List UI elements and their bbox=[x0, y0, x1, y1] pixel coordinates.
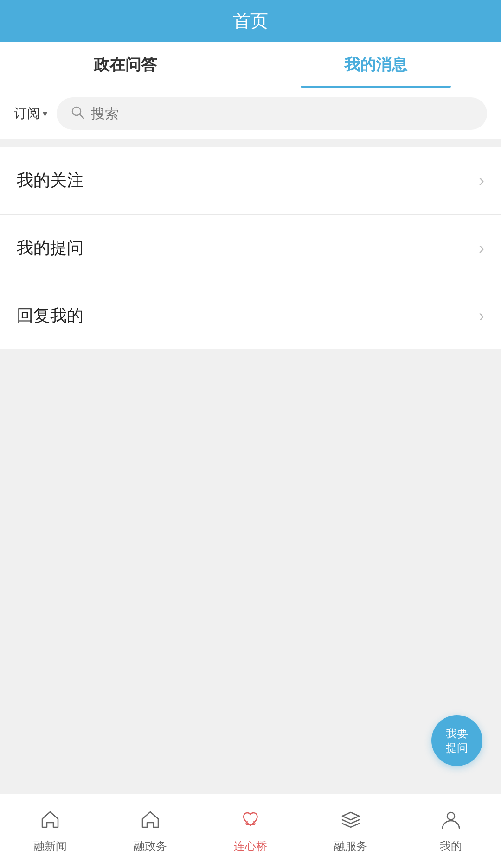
heart-icon bbox=[240, 809, 261, 835]
subscribe-dropdown-icon: ▾ bbox=[43, 108, 47, 119]
chevron-right-icon: › bbox=[479, 171, 484, 190]
bottom-navigation: 融新闻 融政务 连心桥 融服 bbox=[0, 794, 501, 868]
nav-item-service[interactable]: 融服务 bbox=[301, 809, 401, 854]
layers-icon bbox=[340, 809, 361, 835]
float-button-label: 我要提问 bbox=[446, 726, 468, 755]
tabs-container: 政在问答 我的消息 bbox=[0, 42, 501, 88]
list-item-my-question[interactable]: 我的提问 › bbox=[0, 215, 501, 282]
tab-zhengzaiwenda[interactable]: 政在问答 bbox=[0, 42, 250, 88]
ask-question-float-button[interactable]: 我要提问 bbox=[431, 715, 482, 766]
list-item-reply-to-me[interactable]: 回复我的 › bbox=[0, 282, 501, 349]
nav-label-service: 融服务 bbox=[334, 839, 367, 854]
header-title: 首页 bbox=[233, 9, 268, 33]
nav-label-mine: 我的 bbox=[440, 839, 462, 854]
search-area: 订阅 ▾ bbox=[0, 88, 501, 139]
nav-item-bridge[interactable]: 连心桥 bbox=[200, 809, 301, 854]
user-icon bbox=[440, 809, 462, 835]
search-icon bbox=[71, 105, 84, 122]
subscribe-button[interactable]: 订阅 ▾ bbox=[14, 105, 47, 122]
search-input[interactable] bbox=[91, 106, 473, 121]
header: 首页 bbox=[0, 0, 501, 42]
nav-item-mine[interactable]: 我的 bbox=[401, 809, 501, 854]
home-icon bbox=[39, 809, 61, 835]
nav-item-news[interactable]: 融新闻 bbox=[0, 809, 100, 854]
svg-point-2 bbox=[447, 812, 455, 820]
chevron-right-icon: › bbox=[479, 306, 484, 326]
svg-line-1 bbox=[80, 114, 84, 118]
nav-label-gov: 融政务 bbox=[134, 839, 167, 854]
gray-background bbox=[0, 349, 501, 720]
nav-item-gov[interactable]: 融政务 bbox=[100, 809, 200, 854]
list-item-my-follow[interactable]: 我的关注 › bbox=[0, 147, 501, 215]
home2-icon bbox=[140, 809, 161, 835]
content-area: 我的关注 › 我的提问 › 回复我的 › bbox=[0, 147, 501, 349]
nav-label-news: 融新闻 bbox=[33, 839, 67, 854]
nav-label-bridge: 连心桥 bbox=[234, 839, 267, 854]
tab-wodexiaoxi[interactable]: 我的消息 bbox=[250, 42, 501, 88]
search-box[interactable] bbox=[57, 97, 487, 130]
chevron-right-icon: › bbox=[479, 239, 484, 258]
